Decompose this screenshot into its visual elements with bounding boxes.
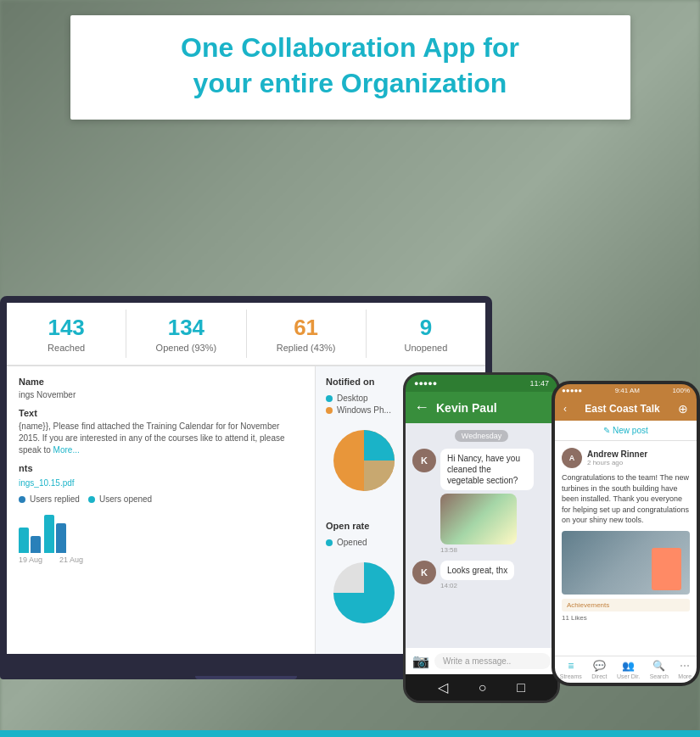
devices-scene: 143 Reached 134 Opened (93%) 61 Replied …: [0, 136, 700, 737]
stat-unopened-label: Unopened: [375, 343, 477, 353]
post-image: [562, 531, 690, 595]
chat-bubble-text-1: Hi Nancy, have you cleaned the vegetable…: [440, 449, 534, 490]
android-input-placeholder: Write a message..: [443, 656, 511, 666]
notified-pie-chart: [326, 422, 402, 499]
android-nav-bar: ◁ ○ □: [406, 674, 557, 701]
iphone-post: A Andrew Rinner 2 hours ago Congratulati…: [555, 441, 697, 656]
camera-icon: 📷: [412, 653, 429, 669]
new-post-label: New post: [613, 426, 648, 435]
message-name-value: ings November: [19, 389, 303, 401]
message-text-value: {name}}, Please find attached the Traini…: [19, 421, 303, 456]
dashboard-left: Name ings November Text {name}}, Please …: [7, 366, 316, 654]
main-container: One Collaboration App for your entire Or…: [0, 0, 700, 737]
stat-replied: 61 Replied (43%): [247, 310, 367, 358]
android-chat: Wednesday K Hi Nancy, have you cleaned t…: [406, 423, 557, 648]
chat-image: [440, 494, 517, 544]
post-avatar: A: [562, 448, 582, 468]
bar-group-1: [19, 528, 41, 553]
search-icon: 🔍: [652, 660, 665, 672]
android-message-input[interactable]: Write a message..: [434, 653, 551, 669]
iphone-back-button[interactable]: ‹: [563, 403, 567, 415]
post-author: A Andrew Rinner 2 hours ago: [562, 448, 690, 468]
android-back-button[interactable]: ←: [414, 399, 429, 416]
stat-unopened-number: 9: [375, 315, 477, 341]
chat-message-2: K Looks great, thx 14:02: [412, 561, 551, 589]
tab-direct[interactable]: 💬 Direct: [591, 660, 607, 679]
android-phone: ●●●●● 11:47 ← Kevin Paul Wednesday K Hi: [403, 372, 560, 703]
bar-legend-replied: Users replied: [19, 494, 80, 504]
post-body-text: Congratulations to the team! The new tur…: [562, 472, 690, 526]
chat-bubble-2: Looks great, thx: [440, 561, 514, 580]
streams-icon: ≡: [568, 660, 574, 672]
iphone-status-bar: ●●●●● 9:41 AM 100%: [555, 384, 697, 397]
tab-more-label: More: [678, 673, 692, 679]
chat-bubble-1: Hi Nancy, have you cleaned the vegetable…: [440, 449, 534, 554]
post-likes-count: 11 Likes: [562, 614, 690, 622]
iphone-dots: ●●●●●: [562, 387, 582, 394]
header-line1: One Collaboration App for: [181, 32, 519, 63]
new-post-icon: ✎: [603, 426, 613, 435]
stats-bar: 143 Reached 134 Opened (93%) 61 Replied …: [7, 303, 485, 366]
header-line2: your entire Organization: [193, 68, 507, 98]
android-input-bar: 📷 Write a message..: [406, 648, 557, 674]
bar-chart-area: Users replied Users opened: [19, 494, 303, 564]
bar-legend-opened: Users opened: [88, 494, 152, 504]
attachments-label: nts: [19, 463, 303, 473]
message-text-label: Text: [19, 408, 303, 418]
stat-replied-label: Replied (43%): [255, 343, 357, 353]
stat-reached-label: Reached: [15, 343, 117, 353]
header-box: One Collaboration App for your entire Or…: [70, 15, 630, 120]
bar-teal-2: [44, 515, 54, 553]
stat-replied-number: 61: [255, 315, 357, 341]
iphone: ●●●●● 9:41 AM 100% ‹ East Coast Talk ⊕ ✎…: [552, 381, 700, 686]
open-rate-pie-chart: [326, 555, 402, 631]
stat-opened-number: 134: [135, 315, 237, 341]
post-author-name: Andrew Rinner: [587, 449, 690, 459]
android-time: 11:47: [529, 379, 549, 388]
tab-more[interactable]: ⋯ More: [678, 660, 692, 679]
chat-time-1: 13:58: [440, 546, 534, 554]
tab-directory-label: User Dir.: [617, 673, 640, 679]
android-recent-icon[interactable]: □: [517, 680, 525, 695]
android-status-bar: ●●●●● 11:47: [406, 375, 557, 392]
tab-streams[interactable]: ≡ Streams: [560, 660, 582, 679]
header-title: One Collaboration App for your entire Or…: [96, 31, 605, 101]
iphone-time: 9:41 AM: [615, 387, 640, 394]
bar-labels: 19 Aug 21 Aug: [19, 556, 303, 564]
tab-search-label: Search: [650, 673, 669, 679]
chat-bubble-2-wrapper: Looks great, thx 14:02: [440, 561, 514, 589]
tab-search[interactable]: 🔍 Search: [650, 660, 669, 679]
new-post-bar[interactable]: ✎ New post: [555, 421, 697, 441]
bar-blue-2: [56, 523, 66, 553]
stat-reached-number: 143: [15, 315, 117, 341]
post-achievements-label: Achievements: [562, 599, 690, 611]
android-back-nav-icon[interactable]: ◁: [438, 679, 448, 695]
android-header: ← Kevin Paul: [406, 392, 557, 423]
stat-reached: 143 Reached: [7, 310, 126, 358]
iphone-content: ✎ New post A Andrew Rinner 2 hours ago C…: [555, 421, 697, 656]
bar-teal-1: [19, 528, 29, 553]
stat-unopened: 9 Unopened: [367, 310, 485, 358]
direct-icon: 💬: [593, 660, 606, 672]
chat-avatar-2: K: [412, 561, 436, 584]
more-icon: ⋯: [680, 660, 690, 672]
bar-group-2: [44, 515, 66, 553]
chat-image-inner: [440, 494, 517, 544]
iphone-action-icon[interactable]: ⊕: [678, 402, 688, 416]
android-home-icon[interactable]: ○: [479, 680, 487, 695]
chat-avatar-1: K: [412, 449, 436, 472]
post-author-info: Andrew Rinner 2 hours ago: [587, 449, 690, 466]
stat-opened: 134 Opened (93%): [126, 310, 246, 358]
tab-user-directory[interactable]: 👥 User Dir.: [617, 660, 640, 679]
tab-direct-label: Direct: [591, 673, 607, 679]
iphone-channel-title: East Coast Talk: [572, 403, 673, 415]
android-contact-name: Kevin Paul: [436, 401, 497, 415]
chat-message-1: K Hi Nancy, have you cleaned the vegetab…: [412, 449, 551, 554]
bar-legend: Users replied Users opened: [19, 494, 303, 506]
post-author-time: 2 hours ago: [587, 459, 690, 466]
message-name-label: Name: [19, 377, 303, 387]
iphone-body: ●●●●● 9:41 AM 100% ‹ East Coast Talk ⊕ ✎…: [552, 381, 700, 686]
attachment-file: ings_10.15.pdf: [19, 478, 303, 488]
iphone-battery: 100%: [673, 387, 690, 394]
more-link[interactable]: More...: [53, 445, 80, 455]
